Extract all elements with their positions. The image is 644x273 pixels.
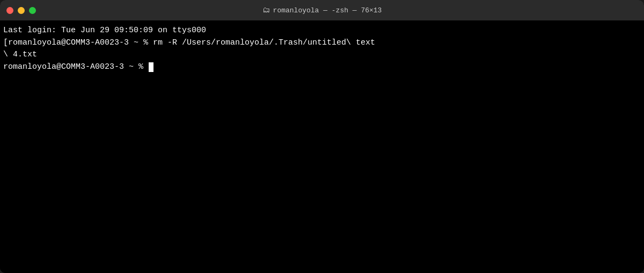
close-button[interactable] [6,7,13,14]
terminal-body[interactable]: Last login: Tue Jun 29 09:50:09 on ttys0… [0,20,644,273]
folder-icon: 🗂 [262,6,270,15]
last-login-line: Last login: Tue Jun 29 09:50:09 on ttys0… [3,25,641,37]
maximize-button[interactable] [29,7,36,14]
terminal-cursor [149,62,153,72]
command-prefix: [romanloyola@COMM3-A0023-3 ~ % rm -R /Us… [3,38,375,47]
terminal-window: 🗂 romanloyola — -zsh — 76×13 Last login:… [0,0,644,273]
prompt-line: romanloyola@COMM3-A0023-3 ~ % [3,61,641,74]
command-continuation: \ 4.txt [3,49,641,61]
window-controls [6,7,36,14]
titlebar: 🗂 romanloyola — -zsh — 76×13 [0,0,644,20]
window-title: romanloyola — -zsh — 76×13 [273,6,382,15]
prompt-text: romanloyola@COMM3-A0023-3 ~ % [3,61,148,74]
minimize-button[interactable] [18,7,25,14]
command-line: [romanloyola@COMM3-A0023-3 ~ % rm -R /Us… [3,37,641,49]
titlebar-title: 🗂 romanloyola — -zsh — 76×13 [262,6,382,15]
